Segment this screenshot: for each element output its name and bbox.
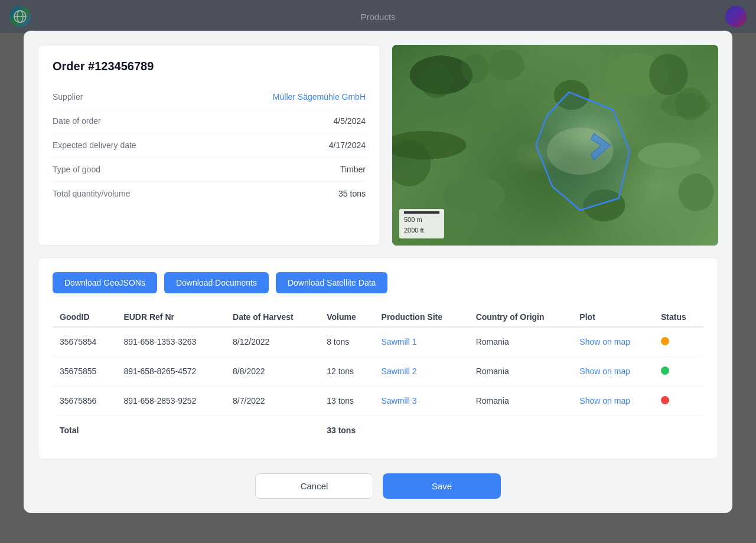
- delivery-label: Expected delivery date: [53, 140, 136, 150]
- cancel-button[interactable]: Cancel: [255, 473, 373, 499]
- order-row-quantity: Total quantity/volume 35 tons: [53, 182, 366, 205]
- goods-table: GoodID EUDR Ref Nr Date of Harvest Volum…: [53, 308, 703, 444]
- cell-status: [654, 386, 703, 416]
- save-button[interactable]: Save: [383, 473, 501, 499]
- total-empty-2: [226, 416, 320, 444]
- cell-date-harvest: 8/8/2022: [226, 356, 320, 386]
- svg-point-7: [392, 139, 431, 187]
- type-value: Timber: [340, 165, 366, 174]
- supplier-value[interactable]: Müller Sägemühle GmbH: [273, 92, 366, 102]
- svg-point-8: [679, 174, 714, 211]
- supplier-label: Supplier: [53, 92, 83, 102]
- total-empty-4: [469, 416, 573, 444]
- order-title: Order #123456789: [53, 60, 366, 73]
- order-row-supplier: Supplier Müller Sägemühle GmbH: [53, 85, 366, 109]
- cell-good-id: 35675855: [53, 356, 116, 386]
- table-total-row: Total 33 tons: [53, 416, 703, 444]
- svg-point-3: [420, 63, 453, 98]
- table-row: 35675854 891-658-1353-3263 8/12/2022 8 t…: [53, 327, 703, 357]
- order-card: Order #123456789 Supplier Müller Sägemüh…: [38, 45, 380, 246]
- cell-status: [654, 356, 703, 386]
- cell-eudr-ref: 891-658-2853-9252: [116, 386, 226, 416]
- order-row-date: Date of order 4/5/2024: [53, 109, 366, 133]
- scale-bar: [404, 211, 439, 214]
- col-good-id: GoodID: [53, 308, 116, 327]
- button-row: Download GeoJSONs Download Documents Dow…: [53, 272, 703, 293]
- col-country: Country of Origin: [469, 308, 573, 327]
- cell-production-site[interactable]: Sawmill 2: [374, 356, 469, 386]
- date-order-value: 4/5/2024: [334, 116, 366, 126]
- quantity-value: 35 tons: [338, 189, 366, 198]
- cell-good-id: 35675856: [53, 386, 116, 416]
- col-production-site: Production Site: [374, 308, 469, 327]
- cell-country: Romania: [469, 356, 573, 386]
- total-empty-6: [654, 416, 703, 444]
- cell-country: Romania: [469, 386, 573, 416]
- cell-date-harvest: 8/12/2022: [226, 327, 320, 357]
- modal: Order #123456789 Supplier Müller Sägemüh…: [24, 31, 732, 513]
- cell-volume: 13 tons: [320, 386, 374, 416]
- download-geojsons-button[interactable]: Download GeoJSONs: [53, 272, 157, 293]
- col-plot: Plot: [572, 308, 654, 327]
- total-empty-1: [116, 416, 226, 444]
- cell-plot[interactable]: Show on map: [572, 386, 654, 416]
- cell-date-harvest: 8/7/2022: [226, 386, 320, 416]
- quantity-label: Total quantity/volume: [53, 189, 131, 198]
- modal-overlay: Order #123456789 Supplier Müller Sägemüh…: [0, 0, 756, 543]
- date-order-label: Date of order: [53, 116, 101, 126]
- svg-marker-10: [536, 92, 630, 210]
- cell-status: [654, 327, 703, 357]
- svg-point-5: [649, 54, 687, 95]
- table-row: 35675856 891-658-2853-9252 8/7/2022 13 t…: [53, 386, 703, 416]
- download-documents-button[interactable]: Download Documents: [164, 272, 269, 293]
- svg-point-4: [461, 54, 489, 83]
- svg-point-6: [675, 87, 706, 120]
- total-volume: 33 tons: [320, 416, 374, 444]
- col-status: Status: [654, 308, 703, 327]
- cell-plot[interactable]: Show on map: [572, 327, 654, 357]
- map-scale: 500 m 2000 ft: [399, 209, 444, 238]
- type-label: Type of good: [53, 165, 100, 174]
- cell-good-id: 35675854: [53, 327, 116, 357]
- cell-volume: 12 tons: [320, 356, 374, 386]
- table-body: 35675854 891-658-1353-3263 8/12/2022 8 t…: [53, 327, 703, 444]
- col-date-harvest: Date of Harvest: [226, 308, 320, 327]
- top-section: Order #123456789 Supplier Müller Sägemüh…: [38, 45, 718, 246]
- col-eudr-ref: EUDR Ref Nr: [116, 308, 226, 327]
- cell-production-site[interactable]: Sawmill 3: [374, 386, 469, 416]
- order-row-delivery: Expected delivery date 4/17/2024: [53, 133, 366, 158]
- bottom-section: Download GeoJSONs Download Documents Dow…: [38, 257, 718, 459]
- scale-500m: 500 m: [404, 215, 439, 225]
- cell-eudr-ref: 891-658-8265-4572: [116, 356, 226, 386]
- download-satellite-button[interactable]: Download Satellite Data: [276, 272, 387, 293]
- table-header: GoodID EUDR Ref Nr Date of Harvest Volum…: [53, 308, 703, 327]
- map-container[interactable]: 500 m 2000 ft: [392, 45, 718, 246]
- cell-country: Romania: [469, 327, 573, 357]
- scale-2000ft: 2000 ft: [404, 225, 439, 236]
- col-volume: Volume: [320, 308, 374, 327]
- cell-plot[interactable]: Show on map: [572, 356, 654, 386]
- cell-production-site[interactable]: Sawmill 1: [374, 327, 469, 357]
- total-empty-5: [572, 416, 654, 444]
- total-label: Total: [53, 416, 116, 444]
- table-row: 35675855 891-658-8265-4572 8/8/2022 12 t…: [53, 356, 703, 386]
- cell-volume: 8 tons: [320, 327, 374, 357]
- cell-eudr-ref: 891-658-1353-3263: [116, 327, 226, 357]
- order-row-type: Type of good Timber: [53, 158, 366, 182]
- total-empty-3: [374, 416, 469, 444]
- delivery-value: 4/17/2024: [329, 140, 366, 150]
- footer-buttons: Cancel Save: [38, 473, 718, 499]
